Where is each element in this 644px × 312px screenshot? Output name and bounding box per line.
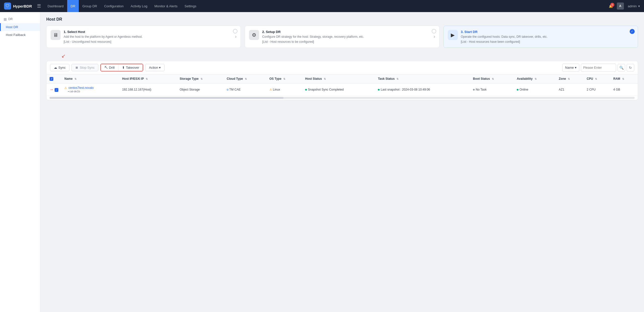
notification-icon[interactable]: 🔔 4 [609, 4, 613, 8]
sidebar-item-host-failback[interactable]: Host Failback [0, 31, 40, 39]
logo[interactable]: 🛡 HyperBDR [4, 3, 32, 10]
server-icon: ▪ [68, 90, 69, 93]
sync-button[interactable]: ☁ Sync [50, 64, 69, 71]
col-task-status[interactable]: Task Status ⇅ [375, 74, 470, 84]
sort-name-icon: ⇅ [74, 77, 76, 80]
col-ram[interactable]: RAM ⇅ [610, 74, 638, 84]
nav-item-group-dr[interactable]: Group DR [79, 0, 101, 12]
table-scrollbar[interactable] [50, 97, 635, 99]
step3-icon: ▶ [448, 30, 458, 40]
refresh-button[interactable]: ↻ [627, 64, 634, 71]
main-content: Host DR 🖥 1. Select Host Add the host to… [40, 12, 644, 312]
refresh-icon: ↻ [629, 66, 632, 70]
step3-link[interactable]: [List - Host resources have been configu… [461, 40, 634, 44]
select-all-checkbox[interactable]: ✓ [50, 77, 53, 81]
nav-item-activity-log[interactable]: Activity Log [127, 0, 151, 12]
row-name-cell: ⚠ centos7test.novalo ▪ cal-de1b [61, 83, 119, 96]
step3-content: 3. Start DR Operate the configured hosts… [461, 30, 634, 44]
host-status-dot [305, 89, 307, 91]
col-cpu[interactable]: CPU ⇅ [584, 74, 610, 84]
search-button[interactable]: 🔍 [618, 64, 625, 71]
table-row: →✓ ⚠ centos7test.novalo ▪ cal-de1b 192.1… [47, 83, 638, 96]
row-host-ip-cell: 192.168.12.167(Host) [119, 83, 177, 96]
topnav-right: 🔔 4 A admin ▾ [609, 3, 640, 10]
nav-item-monitor-&-alerts[interactable]: Monitor & Alerts [151, 0, 181, 12]
boot-status-dot [473, 89, 475, 91]
sort-hostip-icon: ⇅ [146, 77, 148, 80]
step1-radio [233, 29, 237, 33]
os-icon: ⚠ [269, 88, 272, 91]
takeover-icon: ⬆ [122, 66, 125, 69]
admin-avatar: A [617, 3, 624, 10]
col-name[interactable]: Name ⇅ [61, 74, 119, 84]
step2-content: 2. Setup DR Configure DR strategy for th… [262, 30, 430, 44]
col-availability[interactable]: Availability ⇅ [514, 74, 556, 84]
sort-storage-icon: ⇅ [200, 77, 203, 80]
hamburger-icon[interactable]: ☰ [37, 3, 41, 9]
takeover-button[interactable]: ⬆ Takeover [118, 64, 143, 71]
col-storage-type[interactable]: Storage Type ⇅ [177, 74, 224, 84]
action-button[interactable]: Action ▾ [145, 64, 165, 71]
red-down-arrow-icon: ↙ [61, 53, 66, 59]
row-red-arrow-icon: → [50, 87, 54, 92]
step1-link[interactable]: [List - Unconfigured host resources] [64, 40, 232, 44]
sidebar-item-host-dr[interactable]: Host DR [0, 23, 40, 31]
step1-title: 1. Select Host [64, 30, 232, 34]
step-card-3[interactable]: ▶ 3. Start DR Operate the configured hos… [444, 26, 638, 48]
sort-cpu-icon: ⇅ [595, 77, 597, 80]
step3-desc: Operate the configured hosts: Data sync,… [461, 35, 634, 39]
sort-ram-icon: ⇅ [622, 77, 624, 80]
step1-icon: 🖥 [51, 30, 61, 40]
host-name-secondary: cal-de1b [69, 90, 80, 93]
col-os-type[interactable]: OS Type ⇅ [266, 74, 302, 84]
step-card-2[interactable]: ⚙ 2. Setup DR Configure DR strategy for … [245, 26, 439, 48]
availability-dot [517, 89, 518, 91]
stop-sync-button[interactable]: ⏹ Stop Sync [71, 64, 98, 71]
step2-link[interactable]: [List - Host resources to be configured] [262, 40, 430, 44]
col-boot-status[interactable]: Boot Status ⇅ [470, 74, 514, 84]
nav-item-dashboard[interactable]: Dashboard [44, 0, 67, 12]
col-zone[interactable]: Zone ⇅ [556, 74, 584, 84]
logo-text: HyperBDR [13, 4, 32, 8]
table-body: →✓ ⚠ centos7test.novalo ▪ cal-de1b 192.1… [47, 83, 638, 96]
step1-content: 1. Select Host Add the host to the platf… [64, 30, 232, 44]
col-host-ip[interactable]: Host IP/ESXi IP ⇅ [119, 74, 177, 84]
sidebar-section-dr: ▦ DR [0, 15, 40, 23]
nav-item-dr[interactable]: DR [67, 0, 79, 12]
logo-icon: 🛡 [4, 3, 11, 10]
host-name-link[interactable]: centos7test.novalo [68, 86, 94, 90]
step3-title: 3. Start DR [461, 30, 634, 34]
col-host-status[interactable]: Host Status ⇅ [302, 74, 375, 84]
cloud-type-icon: α [227, 88, 228, 91]
table-header-row: ✓ Name ⇅ Host IP/ESXi IP ⇅ Storage Type … [47, 74, 638, 84]
task-status-dot [378, 89, 380, 91]
sort-os-icon: ⇅ [283, 77, 285, 80]
notification-badge: 4 [610, 3, 614, 7]
search-field-select[interactable]: Name ▾ [562, 64, 579, 72]
table-scrollbar-thumb[interactable] [50, 97, 284, 99]
nav-item-settings[interactable]: Settings [181, 0, 200, 12]
row-cpu-cell: 2 CPU [584, 83, 610, 96]
step-card-1[interactable]: 🖥 1. Select Host Add the host to the pla… [46, 26, 241, 48]
step3-check: ✓ [630, 29, 635, 34]
step2-radio [432, 29, 436, 33]
drill-icon: ⛏ [104, 66, 108, 69]
search-input[interactable] [583, 66, 611, 69]
drill-button[interactable]: ⛏ Drill [101, 64, 118, 71]
admin-label: admin [628, 4, 637, 8]
row-storage-type-cell: Object Storage [177, 83, 224, 96]
col-cloud-type[interactable]: Cloud Type ⇅ [224, 74, 266, 84]
toolbar: ☁ Sync ⏹ Stop Sync ⛏ Drill ⬆ Takeover Ac… [46, 61, 638, 74]
admin-menu[interactable]: admin ▾ [628, 4, 640, 8]
page-title: Host DR [46, 17, 638, 22]
search-input-wrap [581, 64, 616, 72]
row-os-type-cell: ⚠Linux [266, 83, 302, 96]
row-checkbox-cell: →✓ [47, 83, 61, 96]
data-table-wrap: ✓ Name ⇅ Host IP/ESXi IP ⇅ Storage Type … [46, 74, 638, 100]
drill-takeover-group: ⛏ Drill ⬆ Takeover [100, 64, 143, 71]
sidebar-section-label: DR [8, 17, 13, 21]
nav-item-configuration[interactable]: Configuration [101, 0, 127, 12]
topnav: 🛡 HyperBDR ☰ DashboardDRGroup DRConfigur… [0, 0, 644, 12]
select-all-header[interactable]: ✓ [47, 74, 61, 84]
row-checkbox[interactable]: ✓ [55, 88, 58, 92]
